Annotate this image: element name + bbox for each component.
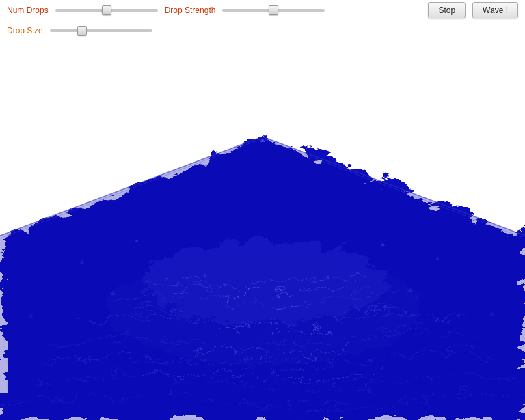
drop-strength-slider[interactable] bbox=[222, 9, 325, 12]
stop-button[interactable]: Stop bbox=[428, 2, 466, 18]
num-drops-slider[interactable] bbox=[55, 9, 158, 12]
controls-row-1: Num Drops Drop Strength Stop Wave ! bbox=[0, 0, 525, 20]
controls-panel: Num Drops Drop Strength Stop Wave ! Drop… bbox=[0, 0, 525, 41]
water-surface bbox=[0, 137, 525, 420]
drop-strength-label: Drop Strength bbox=[165, 5, 216, 15]
drop-size-label: Drop Size bbox=[7, 26, 43, 36]
svg-point-4 bbox=[105, 253, 420, 362]
drop-size-slider[interactable] bbox=[50, 29, 152, 32]
num-drops-label: Num Drops bbox=[7, 5, 49, 15]
sky-bg bbox=[0, 41, 525, 137]
wave-button[interactable]: Wave ! bbox=[472, 2, 518, 18]
controls-row-2: Drop Size bbox=[0, 20, 525, 41]
water-visualization bbox=[0, 41, 525, 420]
water-scene bbox=[0, 41, 525, 420]
